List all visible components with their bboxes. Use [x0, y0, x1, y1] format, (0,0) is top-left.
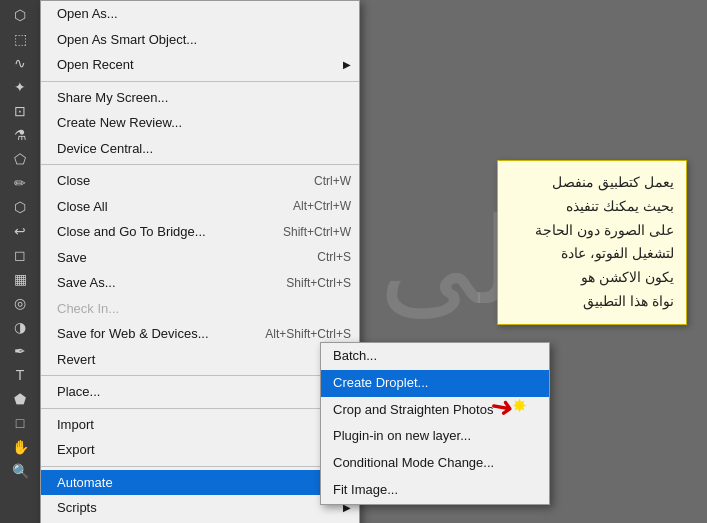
- automate-submenu: Batch... Create Droplet... Crop and Stra…: [320, 342, 550, 505]
- submenu-fit-image-label: Fit Image...: [333, 480, 398, 501]
- menu-close-label: Close: [57, 171, 294, 191]
- menu-open-smart-label: Open As Smart Object...: [57, 30, 351, 50]
- menu-save-as[interactable]: Save As... Shift+Ctrl+S: [41, 270, 359, 296]
- menu-open-recent-arrow: ▶: [343, 57, 351, 72]
- tool-hand[interactable]: ✋: [5, 436, 35, 458]
- info-tooltip: يعمل كتطبيق منفصل بحيث يمكنك تنفيذه على …: [497, 160, 687, 325]
- menu-automate-label: Automate: [57, 473, 339, 493]
- menu-save[interactable]: Save Ctrl+S: [41, 245, 359, 271]
- menu-close-bridge-label: Close and Go To Bridge...: [57, 222, 263, 242]
- menu-save-web-label: Save for Web & Devices...: [57, 324, 245, 344]
- menu-device-central[interactable]: Device Central...: [41, 136, 359, 162]
- tool-path[interactable]: ⬟: [5, 388, 35, 410]
- menu-save-as-label: Save As...: [57, 273, 266, 293]
- menu-share[interactable]: Share My Screen...: [41, 85, 359, 111]
- tool-dodge[interactable]: ◑: [5, 316, 35, 338]
- tool-zoom[interactable]: 🔍: [5, 460, 35, 482]
- menu-save-web-shortcut: Alt+Shift+Ctrl+S: [265, 325, 351, 343]
- menu-close-all[interactable]: Close All Alt+Ctrl+W: [41, 194, 359, 220]
- menu-save-shortcut: Ctrl+S: [317, 248, 351, 266]
- tool-eraser[interactable]: ◻: [5, 244, 35, 266]
- menu-open-as[interactable]: Open As...: [41, 1, 359, 27]
- separator-3: [41, 375, 359, 376]
- menu-import[interactable]: Import ▶: [41, 412, 359, 438]
- submenu-create-droplet-label: Create Droplet...: [333, 373, 428, 394]
- tooltip-line1: يعمل كتطبيق منفصل: [510, 171, 674, 195]
- menu-close-bridge[interactable]: Close and Go To Bridge... Shift+Ctrl+W: [41, 219, 359, 245]
- submenu-fit-image[interactable]: Fit Image...: [321, 477, 549, 504]
- menu-import-label: Import: [57, 415, 339, 435]
- menu-save-web[interactable]: Save for Web & Devices... Alt+Shift+Ctrl…: [41, 321, 359, 347]
- submenu-conditional-mode-label: Conditional Mode Change...: [333, 453, 494, 474]
- menu-close-all-label: Close All: [57, 197, 273, 217]
- menu-automate[interactable]: Automate ▶: [41, 470, 359, 496]
- tooltip-line3: على الصورة دون الحاجة: [510, 219, 674, 243]
- tool-magic[interactable]: ✦: [5, 76, 35, 98]
- submenu-conditional-mode[interactable]: Conditional Mode Change...: [321, 450, 549, 477]
- menu-close[interactable]: Close Ctrl+W: [41, 168, 359, 194]
- menu-new-review-label: Create New Review...: [57, 113, 351, 133]
- menu-check-in: Check In...: [41, 296, 359, 322]
- menu-open-as-label: Open As...: [57, 4, 331, 24]
- tool-clone[interactable]: ⬡: [5, 196, 35, 218]
- menu-save-label: Save: [57, 248, 297, 268]
- tool-pen[interactable]: ✒: [5, 340, 35, 362]
- submenu-plugin-new-layer-label: Plugin-in on new layer...: [333, 426, 471, 447]
- menu-revert-label: Revert: [57, 350, 310, 370]
- tool-shape[interactable]: □: [5, 412, 35, 434]
- toolbar: ⬡ ⬚ ∿ ✦ ⊡ ⚗ ⬠ ✏ ⬡ ↩ ◻ ▦ ◎ ◑ ✒ T ⬟ □ ✋ 🔍: [0, 0, 40, 523]
- menu-open-recent[interactable]: Open Recent ▶: [41, 52, 359, 78]
- menu-close-all-shortcut: Alt+Ctrl+W: [293, 197, 351, 215]
- separator-4: [41, 408, 359, 409]
- separator-1: [41, 81, 359, 82]
- tool-select[interactable]: ⬚: [5, 28, 35, 50]
- tooltip-line5: يكون الاكشن هو: [510, 266, 674, 290]
- menu-close-bridge-shortcut: Shift+Ctrl+W: [283, 223, 351, 241]
- separator-2: [41, 164, 359, 165]
- tool-gradient[interactable]: ▦: [5, 268, 35, 290]
- tool-lasso[interactable]: ∿: [5, 52, 35, 74]
- menu-new-review[interactable]: Create New Review...: [41, 110, 359, 136]
- submenu-plugin-new-layer[interactable]: Plugin-in on new layer...: [321, 423, 549, 450]
- cursor-star-icon: ✸: [512, 395, 527, 417]
- menu-place-label: Place...: [57, 382, 351, 402]
- menu-close-shortcut: Ctrl+W: [314, 172, 351, 190]
- menu-scripts[interactable]: Scripts ▶: [41, 495, 359, 521]
- menu-open-recent-label: Open Recent: [57, 55, 339, 75]
- menu-export-label: Export: [57, 440, 339, 460]
- submenu-batch[interactable]: Batch...: [321, 343, 549, 370]
- tool-heal[interactable]: ⬠: [5, 148, 35, 170]
- menu-share-label: Share My Screen...: [57, 88, 351, 108]
- menu-export[interactable]: Export ▶: [41, 437, 359, 463]
- tooltip-line2: بحيث يمكنك تنفيذه: [510, 195, 674, 219]
- tool-blur[interactable]: ◎: [5, 292, 35, 314]
- tooltip-line4: لتشغيل الفوتو، عادة: [510, 242, 674, 266]
- tool-brush[interactable]: ✏: [5, 172, 35, 194]
- tool-move[interactable]: ⬡: [5, 4, 35, 26]
- menu-save-as-shortcut: Shift+Ctrl+S: [286, 274, 351, 292]
- tool-history[interactable]: ↩: [5, 220, 35, 242]
- menu-check-in-label: Check In...: [57, 299, 351, 319]
- menu-open-smart[interactable]: Open As Smart Object...: [41, 27, 359, 53]
- tool-text[interactable]: T: [5, 364, 35, 386]
- menu-place[interactable]: Place...: [41, 379, 359, 405]
- tool-eyedropper[interactable]: ⚗: [5, 124, 35, 146]
- tool-crop[interactable]: ⊡: [5, 100, 35, 122]
- file-menu-dropdown: Open As... Open As Smart Object... Open …: [40, 0, 360, 523]
- menu-revert[interactable]: Revert F12: [41, 347, 359, 373]
- submenu-crop-straighten-label: Crop and Straighten Photos: [333, 400, 493, 421]
- menu-scripts-label: Scripts: [57, 498, 339, 518]
- submenu-batch-label: Batch...: [333, 346, 377, 367]
- menu-device-central-label: Device Central...: [57, 139, 351, 159]
- tooltip-line6: نواة هذا التطبيق: [510, 290, 674, 314]
- separator-5: [41, 466, 359, 467]
